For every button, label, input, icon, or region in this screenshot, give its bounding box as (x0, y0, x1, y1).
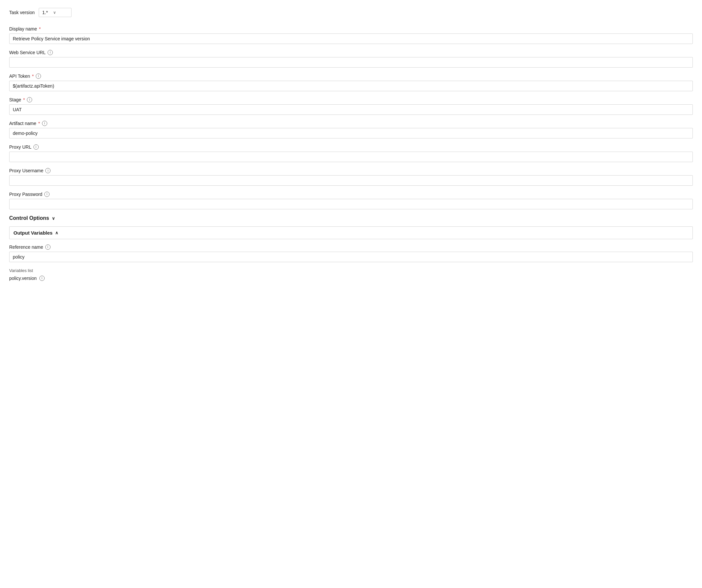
artifact-name-label-row: Artifact name * i (9, 121, 693, 126)
display-name-group: Display name * (9, 26, 693, 44)
reference-name-input[interactable] (9, 252, 693, 262)
stage-label: Stage (9, 97, 21, 102)
proxy-username-info-icon[interactable]: i (45, 168, 50, 173)
reference-name-label: Reference name (9, 244, 43, 250)
proxy-username-label-row: Proxy Username i (9, 168, 693, 173)
control-options-chevron-icon: ∨ (52, 216, 55, 221)
web-service-url-input[interactable] (9, 57, 693, 68)
api-token-input[interactable] (9, 81, 693, 91)
proxy-password-input[interactable] (9, 199, 693, 209)
display-name-required: * (39, 26, 41, 31)
web-service-url-info-icon[interactable]: i (47, 50, 53, 55)
display-name-label: Display name (9, 26, 37, 31)
api-token-label: API Token (9, 74, 30, 79)
stage-input[interactable] (9, 104, 693, 115)
reference-name-label-row: Reference name i (9, 244, 693, 250)
stage-required: * (23, 97, 25, 102)
proxy-username-group: Proxy Username i (9, 168, 693, 186)
proxy-password-info-icon[interactable]: i (44, 192, 49, 197)
proxy-url-label: Proxy URL (9, 144, 31, 150)
proxy-password-label: Proxy Password (9, 192, 42, 197)
task-version-value: 1.* (42, 10, 48, 15)
variables-list-label: Variables list (9, 268, 693, 273)
stage-info-icon[interactable]: i (27, 97, 32, 102)
control-options-header[interactable]: Control Options ∨ (9, 215, 693, 221)
artifact-name-info-icon[interactable]: i (42, 121, 47, 126)
proxy-username-input[interactable] (9, 175, 693, 186)
task-version-select[interactable]: 1.* ∨ (39, 8, 72, 17)
proxy-url-input[interactable] (9, 151, 693, 162)
output-variables-header[interactable]: Output Variables ∧ (9, 226, 693, 239)
reference-name-group: Reference name i (9, 244, 693, 262)
api-token-group: API Token * i (9, 74, 693, 91)
proxy-username-label: Proxy Username (9, 168, 43, 173)
proxy-password-label-row: Proxy Password i (9, 192, 693, 197)
control-options-label: Control Options (9, 215, 49, 221)
display-name-input[interactable] (9, 33, 693, 44)
display-name-label-row: Display name * (9, 26, 693, 31)
api-token-required: * (32, 74, 34, 79)
proxy-url-label-row: Proxy URL i (9, 144, 693, 150)
web-service-url-label-row: Web Service URL i (9, 50, 693, 55)
variables-list-group: Variables list policy.version i (9, 268, 693, 281)
variable-item: policy.version i (9, 276, 693, 281)
api-token-label-row: API Token * i (9, 74, 693, 79)
chevron-down-icon: ∨ (53, 10, 56, 15)
artifact-name-required: * (38, 121, 40, 126)
artifact-name-label: Artifact name (9, 121, 36, 126)
web-service-url-group: Web Service URL i (9, 50, 693, 68)
proxy-password-group: Proxy Password i (9, 192, 693, 209)
web-service-url-label: Web Service URL (9, 50, 45, 55)
output-variables-chevron-icon: ∧ (55, 230, 58, 235)
artifact-name-input[interactable] (9, 128, 693, 138)
task-version-label: Task version (9, 10, 35, 15)
variable-item-info-icon[interactable]: i (39, 276, 44, 281)
output-variables-section: Output Variables ∧ Reference name i Vari… (9, 226, 693, 281)
task-version-row: Task version 1.* ∨ (9, 8, 693, 17)
artifact-name-group: Artifact name * i (9, 121, 693, 138)
reference-name-info-icon[interactable]: i (45, 244, 50, 250)
proxy-url-group: Proxy URL i (9, 144, 693, 162)
proxy-url-info-icon[interactable]: i (33, 144, 39, 150)
output-variables-label: Output Variables (13, 230, 52, 236)
variable-item-name: policy.version (9, 276, 37, 281)
stage-label-row: Stage * i (9, 97, 693, 102)
stage-group: Stage * i (9, 97, 693, 115)
api-token-info-icon[interactable]: i (36, 74, 41, 79)
